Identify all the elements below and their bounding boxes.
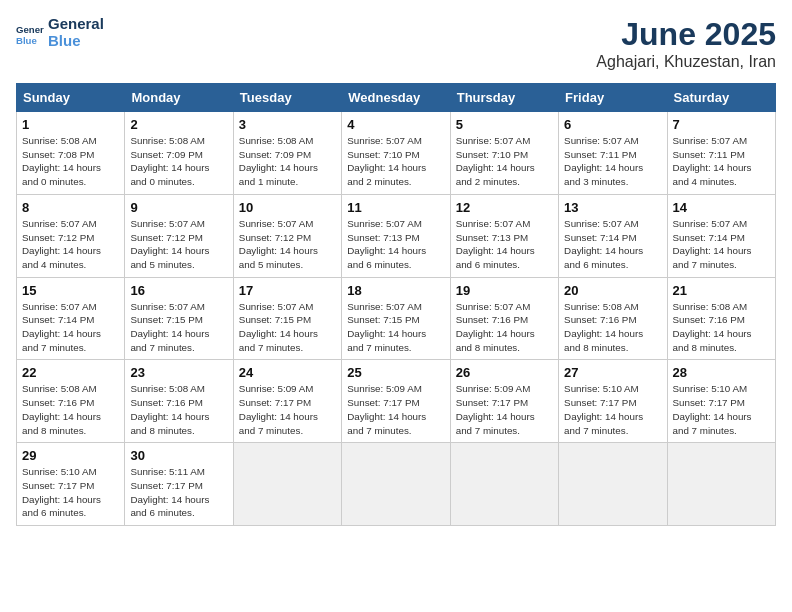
- table-row: 30Sunrise: 5:11 AM Sunset: 7:17 PM Dayli…: [125, 443, 233, 526]
- header-friday: Friday: [559, 84, 667, 112]
- table-row: [450, 443, 558, 526]
- table-row: 8Sunrise: 5:07 AM Sunset: 7:12 PM Daylig…: [17, 194, 125, 277]
- table-row: 25Sunrise: 5:09 AM Sunset: 7:17 PM Dayli…: [342, 360, 450, 443]
- table-row: [559, 443, 667, 526]
- day-info: Sunrise: 5:07 AM Sunset: 7:10 PM Dayligh…: [347, 134, 444, 189]
- table-row: 12Sunrise: 5:07 AM Sunset: 7:13 PM Dayli…: [450, 194, 558, 277]
- table-row: 10Sunrise: 5:07 AM Sunset: 7:12 PM Dayli…: [233, 194, 341, 277]
- day-number: 13: [564, 200, 661, 215]
- svg-text:General: General: [16, 24, 44, 35]
- day-number: 8: [22, 200, 119, 215]
- day-number: 25: [347, 365, 444, 380]
- table-row: [233, 443, 341, 526]
- day-number: 18: [347, 283, 444, 298]
- day-info: Sunrise: 5:07 AM Sunset: 7:12 PM Dayligh…: [239, 217, 336, 272]
- table-row: 26Sunrise: 5:09 AM Sunset: 7:17 PM Dayli…: [450, 360, 558, 443]
- table-row: 19Sunrise: 5:07 AM Sunset: 7:16 PM Dayli…: [450, 277, 558, 360]
- day-number: 9: [130, 200, 227, 215]
- day-number: 5: [456, 117, 553, 132]
- day-info: Sunrise: 5:07 AM Sunset: 7:12 PM Dayligh…: [22, 217, 119, 272]
- table-row: [342, 443, 450, 526]
- table-row: 22Sunrise: 5:08 AM Sunset: 7:16 PM Dayli…: [17, 360, 125, 443]
- day-number: 16: [130, 283, 227, 298]
- day-info: Sunrise: 5:07 AM Sunset: 7:15 PM Dayligh…: [239, 300, 336, 355]
- day-info: Sunrise: 5:07 AM Sunset: 7:10 PM Dayligh…: [456, 134, 553, 189]
- day-info: Sunrise: 5:10 AM Sunset: 7:17 PM Dayligh…: [22, 465, 119, 520]
- day-number: 21: [673, 283, 770, 298]
- day-info: Sunrise: 5:07 AM Sunset: 7:14 PM Dayligh…: [564, 217, 661, 272]
- month-title: June 2025: [596, 16, 776, 53]
- day-info: Sunrise: 5:10 AM Sunset: 7:17 PM Dayligh…: [673, 382, 770, 437]
- table-row: 7Sunrise: 5:07 AM Sunset: 7:11 PM Daylig…: [667, 112, 775, 195]
- day-number: 19: [456, 283, 553, 298]
- day-info: Sunrise: 5:09 AM Sunset: 7:17 PM Dayligh…: [347, 382, 444, 437]
- day-number: 30: [130, 448, 227, 463]
- day-number: 23: [130, 365, 227, 380]
- table-row: 27Sunrise: 5:10 AM Sunset: 7:17 PM Dayli…: [559, 360, 667, 443]
- day-info: Sunrise: 5:08 AM Sunset: 7:16 PM Dayligh…: [130, 382, 227, 437]
- page-header: General Blue General Blue June 2025 Agha…: [16, 16, 776, 71]
- table-row: 11Sunrise: 5:07 AM Sunset: 7:13 PM Dayli…: [342, 194, 450, 277]
- day-number: 20: [564, 283, 661, 298]
- day-number: 6: [564, 117, 661, 132]
- day-info: Sunrise: 5:08 AM Sunset: 7:16 PM Dayligh…: [22, 382, 119, 437]
- table-row: [667, 443, 775, 526]
- calendar-header-row: Sunday Monday Tuesday Wednesday Thursday…: [17, 84, 776, 112]
- location-title: Aghajari, Khuzestan, Iran: [596, 53, 776, 71]
- calendar-week-1: 1Sunrise: 5:08 AM Sunset: 7:08 PM Daylig…: [17, 112, 776, 195]
- header-saturday: Saturday: [667, 84, 775, 112]
- day-info: Sunrise: 5:07 AM Sunset: 7:13 PM Dayligh…: [347, 217, 444, 272]
- table-row: 9Sunrise: 5:07 AM Sunset: 7:12 PM Daylig…: [125, 194, 233, 277]
- day-info: Sunrise: 5:07 AM Sunset: 7:15 PM Dayligh…: [130, 300, 227, 355]
- day-info: Sunrise: 5:07 AM Sunset: 7:15 PM Dayligh…: [347, 300, 444, 355]
- logo-text-line1: General: [48, 16, 104, 33]
- day-number: 10: [239, 200, 336, 215]
- day-number: 17: [239, 283, 336, 298]
- table-row: 2Sunrise: 5:08 AM Sunset: 7:09 PM Daylig…: [125, 112, 233, 195]
- day-number: 2: [130, 117, 227, 132]
- day-number: 15: [22, 283, 119, 298]
- table-row: 14Sunrise: 5:07 AM Sunset: 7:14 PM Dayli…: [667, 194, 775, 277]
- table-row: 28Sunrise: 5:10 AM Sunset: 7:17 PM Dayli…: [667, 360, 775, 443]
- day-info: Sunrise: 5:08 AM Sunset: 7:08 PM Dayligh…: [22, 134, 119, 189]
- day-info: Sunrise: 5:11 AM Sunset: 7:17 PM Dayligh…: [130, 465, 227, 520]
- day-info: Sunrise: 5:07 AM Sunset: 7:12 PM Dayligh…: [130, 217, 227, 272]
- day-info: Sunrise: 5:10 AM Sunset: 7:17 PM Dayligh…: [564, 382, 661, 437]
- calendar-week-2: 8Sunrise: 5:07 AM Sunset: 7:12 PM Daylig…: [17, 194, 776, 277]
- table-row: 1Sunrise: 5:08 AM Sunset: 7:08 PM Daylig…: [17, 112, 125, 195]
- day-info: Sunrise: 5:07 AM Sunset: 7:14 PM Dayligh…: [22, 300, 119, 355]
- table-row: 29Sunrise: 5:10 AM Sunset: 7:17 PM Dayli…: [17, 443, 125, 526]
- day-number: 12: [456, 200, 553, 215]
- calendar-week-3: 15Sunrise: 5:07 AM Sunset: 7:14 PM Dayli…: [17, 277, 776, 360]
- table-row: 16Sunrise: 5:07 AM Sunset: 7:15 PM Dayli…: [125, 277, 233, 360]
- table-row: 17Sunrise: 5:07 AM Sunset: 7:15 PM Dayli…: [233, 277, 341, 360]
- day-info: Sunrise: 5:08 AM Sunset: 7:09 PM Dayligh…: [130, 134, 227, 189]
- day-info: Sunrise: 5:08 AM Sunset: 7:09 PM Dayligh…: [239, 134, 336, 189]
- day-number: 14: [673, 200, 770, 215]
- day-number: 29: [22, 448, 119, 463]
- day-number: 3: [239, 117, 336, 132]
- table-row: 6Sunrise: 5:07 AM Sunset: 7:11 PM Daylig…: [559, 112, 667, 195]
- day-number: 24: [239, 365, 336, 380]
- day-number: 7: [673, 117, 770, 132]
- day-info: Sunrise: 5:07 AM Sunset: 7:16 PM Dayligh…: [456, 300, 553, 355]
- day-number: 11: [347, 200, 444, 215]
- day-info: Sunrise: 5:09 AM Sunset: 7:17 PM Dayligh…: [456, 382, 553, 437]
- calendar-week-5: 29Sunrise: 5:10 AM Sunset: 7:17 PM Dayli…: [17, 443, 776, 526]
- header-sunday: Sunday: [17, 84, 125, 112]
- header-thursday: Thursday: [450, 84, 558, 112]
- table-row: 5Sunrise: 5:07 AM Sunset: 7:10 PM Daylig…: [450, 112, 558, 195]
- table-row: 24Sunrise: 5:09 AM Sunset: 7:17 PM Dayli…: [233, 360, 341, 443]
- table-row: 13Sunrise: 5:07 AM Sunset: 7:14 PM Dayli…: [559, 194, 667, 277]
- day-info: Sunrise: 5:08 AM Sunset: 7:16 PM Dayligh…: [564, 300, 661, 355]
- calendar-table: Sunday Monday Tuesday Wednesday Thursday…: [16, 83, 776, 526]
- logo-text-line2: Blue: [48, 33, 104, 50]
- calendar-week-4: 22Sunrise: 5:08 AM Sunset: 7:16 PM Dayli…: [17, 360, 776, 443]
- day-info: Sunrise: 5:09 AM Sunset: 7:17 PM Dayligh…: [239, 382, 336, 437]
- header-tuesday: Tuesday: [233, 84, 341, 112]
- day-info: Sunrise: 5:07 AM Sunset: 7:14 PM Dayligh…: [673, 217, 770, 272]
- logo-icon: General Blue: [16, 19, 44, 47]
- day-info: Sunrise: 5:07 AM Sunset: 7:11 PM Dayligh…: [564, 134, 661, 189]
- table-row: 23Sunrise: 5:08 AM Sunset: 7:16 PM Dayli…: [125, 360, 233, 443]
- table-row: 21Sunrise: 5:08 AM Sunset: 7:16 PM Dayli…: [667, 277, 775, 360]
